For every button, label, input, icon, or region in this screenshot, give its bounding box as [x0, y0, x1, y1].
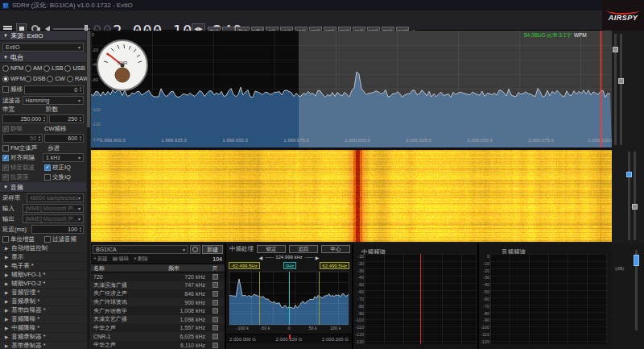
- section-agc[interactable]: ▶自动增益控制: [0, 244, 86, 253]
- mode-wfm[interactable]: WFM: [2, 75, 23, 82]
- tuning-line[interactable]: [601, 31, 601, 147]
- table-row[interactable]: 天津滨海广播747 kHz: [91, 281, 225, 290]
- volume-slider[interactable]: [53, 28, 90, 30]
- mode-nfm[interactable]: NFM: [2, 64, 23, 72]
- fm-stereo-label: FM立体声: [10, 144, 46, 152]
- swap-iq-checkbox[interactable]: [44, 174, 51, 181]
- lock-button[interactable]: 锁定: [257, 245, 286, 253]
- spectrum-display[interactable]: 0-20 -40-60 -80-100 -120-140 1.999.900.0…: [91, 31, 612, 147]
- spectrum-highlight-region: [299, 31, 612, 147]
- audio-spectrum-panel: 音频频谱 0-10 -20-30 -40-50 -60-70 -80-90 -1…: [479, 243, 609, 349]
- squelch-checkbox[interactable]: ✓: [2, 126, 9, 132]
- mode-am[interactable]: AM: [25, 64, 42, 72]
- mode-dsb[interactable]: DSB: [25, 75, 45, 82]
- row-checkbox[interactable]: [213, 317, 218, 322]
- row-checkbox[interactable]: [213, 308, 218, 314]
- spectrum-zoom-slider[interactable]: [614, 34, 617, 145]
- row-checkbox[interactable]: [213, 325, 218, 330]
- table-row[interactable]: 央广经济之声846 kHz: [91, 289, 225, 298]
- shift-input[interactable]: 0▲▼: [24, 85, 84, 94]
- sidebar-scrollbar[interactable]: [87, 31, 90, 349]
- order-input[interactable]: 250▲▼: [49, 114, 84, 123]
- waterfall-contrast-slider[interactable]: [634, 152, 636, 240]
- sdrsharp-window: SDR# (汉化: BG1ICA) v1.0.0.1732 - ExtIO 00…: [0, 0, 644, 349]
- table-row[interactable]: 720720 kHz: [91, 272, 225, 281]
- audio-section-header[interactable]: ▼音频: [0, 182, 86, 193]
- latency-input[interactable]: 100▲▼: [31, 225, 84, 234]
- lock-carrier-checkbox[interactable]: ✓: [2, 164, 9, 171]
- section-aux-vfo-2[interactable]: ▶辅助VFO-2 *: [0, 280, 86, 289]
- mode-cw[interactable]: CW: [47, 75, 65, 82]
- section-display[interactable]: ▶显示: [0, 253, 86, 262]
- frequency-group-select[interactable]: BG1ICA▾: [93, 245, 188, 254]
- mode-lsb[interactable]: LSB: [43, 64, 63, 72]
- source-section-header[interactable]: ▼来源: ExtIO: [0, 31, 86, 41]
- row-checkbox[interactable]: [213, 300, 218, 305]
- action-edit[interactable]: ▤编辑: [113, 256, 129, 263]
- step-select[interactable]: 1 kHz▾: [43, 153, 84, 162]
- audio-input-select[interactable]: [MME] Microsoft 声...▾: [23, 204, 84, 213]
- table-row[interactable]: 央广外语教学1,008 kHz: [91, 306, 225, 315]
- section-audio-manager[interactable]: ▶音频管理 *: [0, 289, 86, 297]
- filter-select[interactable]: Hamming▾: [23, 96, 85, 105]
- spectrum-contrast-slider[interactable]: [620, 34, 622, 145]
- section-baseband-noise-blanker[interactable]: ▶基带白噪器 *: [0, 306, 86, 315]
- if-spectrum-plot[interactable]: [365, 254, 476, 344]
- table-row[interactable]: 中华之声1,557 kHz: [91, 324, 225, 333]
- bandwidth-input[interactable]: 250,000▲▼: [2, 114, 47, 123]
- app-icon: [2, 2, 9, 9]
- filter-high-edge-chip[interactable]: 62,499.5Hz: [320, 262, 349, 269]
- table-row[interactable]: 央广环球资讯900 kHz: [91, 298, 225, 307]
- row-checkbox[interactable]: [213, 334, 218, 339]
- window-title: SDR# (汉化: BG1ICA) v1.0.0.1732 - ExtIO: [12, 1, 133, 10]
- section-aux-vfo-1[interactable]: ▶辅助VFO-1 *: [0, 271, 86, 280]
- if-mini-spectrum[interactable]: [229, 271, 349, 326]
- center-offset-chip[interactable]: 0Hz: [283, 262, 297, 269]
- audio-spectrum-plot[interactable]: [490, 254, 607, 344]
- section-audio-noise-reduction[interactable]: ▶音频降噪 *: [0, 315, 86, 324]
- action-new[interactable]: +新建: [93, 256, 108, 263]
- mode-raw[interactable]: RAW: [67, 75, 88, 82]
- correct-iq-checkbox[interactable]: ✓: [44, 164, 51, 171]
- filter-audio-checkbox[interactable]: [44, 236, 51, 243]
- samplerate-select[interactable]: 48000 samples/sec▾: [27, 193, 84, 202]
- section-if-noise-reduction[interactable]: ▶中频降噪 *: [0, 324, 86, 333]
- db-range-label: (dB): [615, 266, 624, 271]
- anti-fading-checkbox[interactable]: ✓: [2, 174, 9, 181]
- source-select[interactable]: ExtIO▾: [2, 43, 84, 52]
- frequency-manager-gear-icon[interactable]: [190, 245, 200, 254]
- center-button[interactable]: 中心: [321, 245, 350, 253]
- filter-edge-line[interactable]: [319, 272, 320, 325]
- new-frequency-button[interactable]: 新建: [202, 245, 223, 254]
- radio-section-header[interactable]: ▼电台: [0, 52, 86, 63]
- unity-gain-checkbox[interactable]: [2, 236, 9, 243]
- waterfall-zoom-slider[interactable]: [628, 152, 630, 240]
- action-delete[interactable]: ×删除: [134, 256, 148, 263]
- row-checkbox[interactable]: [213, 282, 218, 288]
- table-row[interactable]: CNR-16,025 kHz: [91, 332, 225, 341]
- filter-edge-line[interactable]: [259, 272, 260, 325]
- range-slider[interactable]: [635, 250, 638, 330]
- row-checkbox[interactable]: [213, 274, 218, 280]
- table-row[interactable]: 中华之声6,110 kHz: [91, 341, 225, 349]
- filter-low-edge-chip[interactable]: -62,499.5Hz: [229, 262, 260, 269]
- cw-shift-input[interactable]: 600▲▼: [44, 134, 84, 143]
- snap-checkbox[interactable]: ✓: [2, 155, 9, 161]
- shift-checkbox[interactable]: [2, 86, 9, 93]
- frequency-table-header[interactable]: 名称 频率 开: [91, 264, 225, 272]
- mode-usb[interactable]: USB: [64, 64, 85, 72]
- bandwidth-label: 带宽: [2, 106, 44, 114]
- section-audio-recorder[interactable]: ▶音频录制器 *: [0, 333, 86, 342]
- table-row[interactable]: 天津文艺广播1,098 kHz: [91, 315, 225, 324]
- audio-output-select[interactable]: [MME] Microsoft 声...▾: [23, 214, 84, 223]
- row-checkbox[interactable]: [213, 291, 218, 297]
- waterfall-display[interactable]: [91, 150, 612, 242]
- squelch-input[interactable]: 50▲▼: [2, 134, 43, 143]
- correct-iq-label: 校正IQ: [52, 164, 71, 172]
- section-baseband-recorder[interactable]: ▶基带录制器 *: [0, 342, 86, 349]
- section-audio-record[interactable]: ▶音频录制 *: [0, 297, 86, 306]
- section-clock[interactable]: ▶电子表 *: [0, 262, 86, 271]
- track-button[interactable]: 追踪: [289, 245, 318, 253]
- row-checkbox[interactable]: [213, 343, 218, 348]
- fm-stereo-checkbox[interactable]: [2, 145, 9, 152]
